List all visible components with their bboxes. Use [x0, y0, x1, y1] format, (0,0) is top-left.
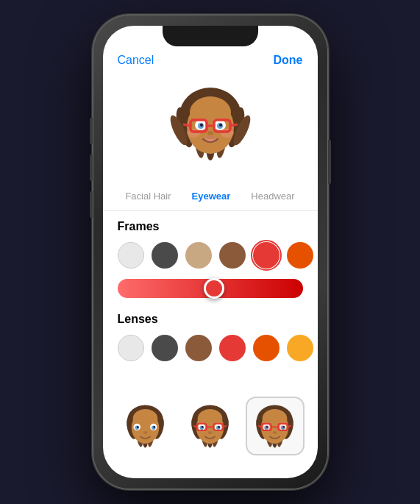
- tab-eyewear[interactable]: Eyewear: [182, 188, 241, 205]
- phone-outer: Cancel Done: [93, 15, 328, 489]
- phone-screen: Cancel Done: [103, 26, 318, 478]
- memoji-choice-1[interactable]: [116, 397, 175, 455]
- tab-bar: Facial Hair Eyewear Headwear: [103, 188, 318, 211]
- memoji-choice-2[interactable]: [181, 397, 240, 455]
- svg-rect-74: [278, 424, 288, 430]
- frame-color-tan[interactable]: [185, 242, 212, 269]
- svg-line-22: [230, 124, 238, 126]
- frame-color-white[interactable]: [118, 242, 144, 269]
- svg-point-38: [143, 431, 148, 434]
- svg-point-37: [153, 426, 155, 428]
- svg-point-58: [208, 431, 213, 434]
- lenses-color-row: [103, 332, 318, 364]
- lenses-label: Lenses: [103, 304, 318, 332]
- frame-color-brown[interactable]: [219, 242, 246, 269]
- screen-content: Cancel Done: [103, 26, 318, 478]
- svg-point-78: [273, 431, 277, 434]
- svg-point-52: [218, 426, 220, 428]
- svg-point-11: [221, 129, 234, 138]
- notch: [163, 26, 258, 46]
- slider-track[interactable]: [118, 279, 303, 298]
- frames-color-row: [103, 239, 318, 271]
- slider-container: [103, 271, 318, 304]
- lens-color-brown[interactable]: [185, 335, 212, 361]
- cancel-button[interactable]: Cancel: [118, 54, 154, 67]
- svg-point-17: [219, 124, 222, 127]
- frame-color-red[interactable]: [253, 242, 280, 269]
- lens-color-red[interactable]: [219, 335, 246, 361]
- svg-point-51: [202, 426, 204, 428]
- lens-color-white[interactable]: [118, 335, 144, 361]
- lens-color-orange[interactable]: [253, 335, 280, 361]
- svg-rect-73: [262, 424, 271, 430]
- lens-color-yellow[interactable]: [287, 335, 313, 361]
- slider-thumb[interactable]: [204, 278, 224, 299]
- memoji-choice-3[interactable]: [246, 397, 305, 455]
- frame-color-dark-gray[interactable]: [152, 242, 178, 269]
- frame-color-orange[interactable]: [287, 242, 313, 269]
- svg-line-21: [183, 124, 191, 126]
- svg-point-23: [207, 131, 213, 135]
- svg-point-16: [200, 124, 203, 127]
- lens-color-dark-gray[interactable]: [152, 335, 178, 361]
- svg-point-10: [187, 129, 200, 138]
- frames-label: Frames: [103, 211, 318, 239]
- tab-headwear[interactable]: Headwear: [241, 188, 305, 205]
- memoji-choices: [103, 364, 318, 478]
- svg-point-36: [137, 426, 139, 428]
- memoji-head: [163, 77, 258, 173]
- top-bar: Cancel Done: [103, 48, 318, 70]
- memoji-preview: [103, 70, 318, 188]
- done-button[interactable]: Done: [274, 54, 303, 67]
- tab-facial-hair[interactable]: Facial Hair: [115, 188, 181, 205]
